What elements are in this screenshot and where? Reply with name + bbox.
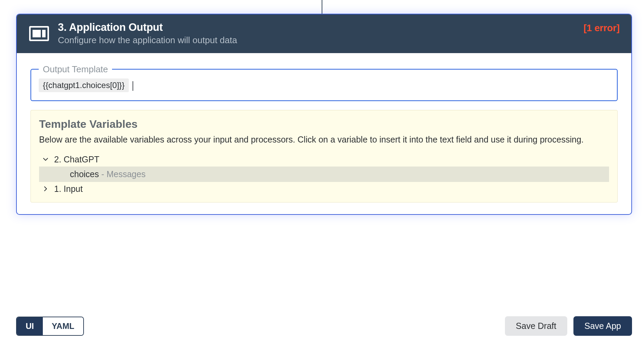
card-body: Output Template {{chatgpt1.choices[0]}} …	[17, 53, 631, 214]
card-title: 3. Application Output	[58, 21, 237, 34]
tree-node-chatgpt[interactable]: 2. ChatGPT	[39, 152, 609, 167]
svg-rect-1	[33, 30, 41, 37]
chip-line: {{chatgpt1.choices[0]}} |	[39, 78, 609, 92]
text-cursor: |	[132, 80, 134, 90]
card-header: 3. Application Output Configure how the …	[17, 14, 631, 53]
view-toggle: UI YAML	[16, 317, 84, 336]
card-subtitle: Configure how the application will outpu…	[58, 35, 237, 46]
chevron-down-icon	[42, 157, 49, 162]
variable-name: choices	[70, 169, 99, 179]
output-card: 3. Application Output Configure how the …	[16, 14, 632, 215]
output-section-icon	[29, 25, 49, 42]
toggle-ui[interactable]: UI	[17, 317, 43, 335]
error-badge: [1 error]	[583, 23, 620, 34]
save-draft-button[interactable]: Save Draft	[505, 316, 567, 336]
tree-node-input[interactable]: 1. Input	[39, 182, 609, 196]
variable-desc: - Messages	[99, 169, 146, 179]
tree-node-label: 1. Input	[54, 184, 83, 194]
save-app-button[interactable]: Save App	[573, 316, 632, 336]
toggle-yaml[interactable]: YAML	[43, 317, 83, 335]
output-template-field[interactable]: Output Template {{chatgpt1.choices[0]}} …	[30, 69, 618, 101]
tree-var-choices[interactable]: choices - Messages	[39, 167, 609, 182]
template-variables-description: Below are the available variables across…	[39, 133, 609, 146]
bottom-bar: UI YAML Save Draft Save App	[16, 316, 632, 336]
field-legend: Output Template	[39, 64, 112, 75]
template-variables-title: Template Variables	[39, 118, 609, 131]
connector-line	[322, 0, 322, 14]
action-buttons: Save Draft Save App	[505, 316, 632, 336]
tree-node-label: 2. ChatGPT	[54, 155, 99, 164]
template-variables-panel: Template Variables Below are the availab…	[30, 110, 618, 202]
template-chip[interactable]: {{chatgpt1.choices[0]}}	[39, 78, 129, 92]
card-titles: 3. Application Output Configure how the …	[58, 21, 237, 46]
svg-rect-2	[42, 30, 46, 37]
variable-tree: 2. ChatGPT choices - Messages 1. Input	[39, 152, 609, 196]
chevron-right-icon	[42, 186, 49, 192]
